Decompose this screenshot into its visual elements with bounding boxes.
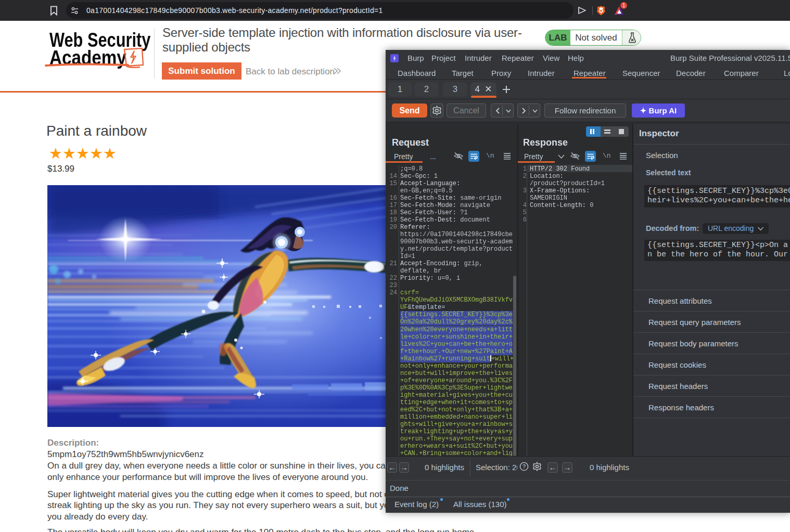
svg-text:?: ? — [523, 463, 526, 470]
